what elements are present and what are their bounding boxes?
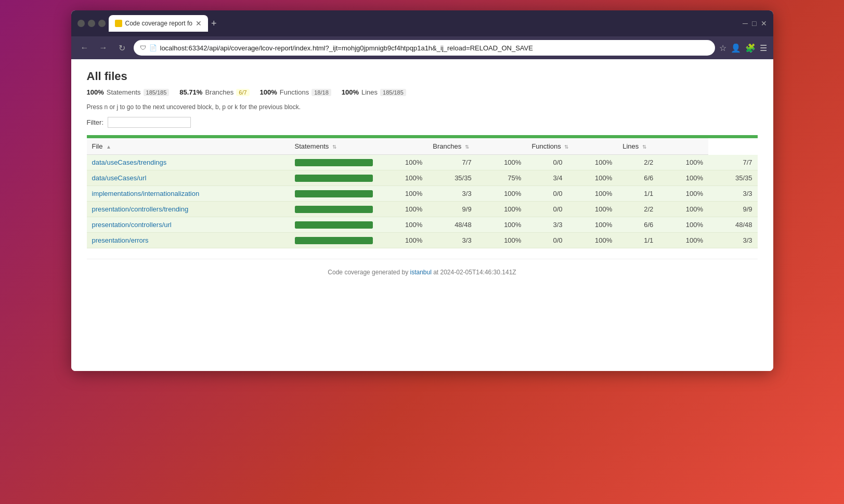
- stmt-pct-cell: 100%: [378, 202, 428, 217]
- statements-badge: 185/185: [144, 89, 170, 96]
- progress-bar-fill: [295, 175, 373, 182]
- progress-cell: [290, 202, 378, 217]
- file-link[interactable]: data/useCases/url: [92, 174, 147, 182]
- lines-stat: 100% Lines 185/185: [342, 88, 406, 96]
- line-count-cell: 48/48: [708, 217, 757, 233]
- table-row: data/useCases/url 100% 35/35 75% 3/4 100…: [87, 170, 758, 186]
- branch-pct-cell: 100%: [477, 217, 527, 233]
- window-minimize-button[interactable]: ─: [743, 19, 748, 28]
- progress-bar-bg: [295, 175, 373, 182]
- file-cell[interactable]: data/useCases/url: [87, 170, 290, 186]
- branch-pct-cell: 100%: [477, 202, 527, 217]
- page-title: All files: [87, 70, 758, 83]
- file-cell[interactable]: data/useCases/trendings: [87, 155, 290, 170]
- col-functions[interactable]: Functions ⇅: [526, 138, 617, 155]
- func-count-cell: 2/2: [617, 155, 658, 170]
- new-tab-button[interactable]: +: [208, 18, 220, 29]
- progress-cell: [290, 186, 378, 202]
- line-count-cell: 9/9: [708, 202, 757, 217]
- col-lines[interactable]: Lines ⇅: [617, 138, 708, 155]
- func-count-cell: 6/6: [617, 170, 658, 186]
- line-count-cell: 7/7: [708, 155, 757, 170]
- forward-button[interactable]: →: [96, 41, 111, 55]
- tab-title-text: Code coverage report fo: [125, 20, 192, 27]
- statements-label: Statements: [107, 88, 141, 96]
- file-link[interactable]: presentation/errors: [92, 236, 149, 244]
- content-area: All files 100% Statements 185/185 85.71%…: [71, 59, 773, 371]
- branches-label: Branches: [205, 88, 233, 96]
- func-pct-cell: 100%: [567, 170, 617, 186]
- file-link[interactable]: data/useCases/trendings: [92, 158, 167, 166]
- functions-label: Functions: [280, 88, 309, 96]
- func-count-cell: 1/1: [617, 186, 658, 202]
- line-pct-cell: 100%: [658, 217, 708, 233]
- window-maximize-button[interactable]: □: [752, 19, 756, 28]
- stmt-pct-cell: 100%: [378, 170, 428, 186]
- col-file[interactable]: File ▲: [87, 138, 290, 155]
- extensions-icon[interactable]: 🧩: [745, 43, 756, 53]
- branch-pct-cell: 75%: [477, 170, 527, 186]
- file-link[interactable]: implementations/internationalization: [92, 190, 200, 197]
- file-cell[interactable]: implementations/internationalization: [87, 186, 290, 202]
- footer-text-before: Code coverage generated by: [328, 269, 410, 276]
- lines-label: Lines: [361, 88, 378, 96]
- active-tab[interactable]: Code coverage report fo ✕: [109, 15, 208, 32]
- branch-pct-cell: 100%: [477, 155, 527, 170]
- sort-branches-icon: ⇅: [465, 144, 469, 150]
- nav-right-icons: ☆ 👤 🧩 ☰: [719, 43, 767, 53]
- line-count-cell: 3/3: [708, 186, 757, 202]
- bookmark-icon[interactable]: ☆: [719, 43, 726, 53]
- window-control-icon: [77, 20, 85, 27]
- progress-bar-bg: [295, 237, 373, 244]
- line-pct-cell: 100%: [658, 186, 708, 202]
- stats-bar: 100% Statements 185/185 85.71% Branches …: [87, 88, 758, 96]
- func-count-cell: 6/6: [617, 217, 658, 233]
- func-pct-cell: 100%: [567, 233, 617, 248]
- refresh-button[interactable]: ↻: [115, 41, 129, 55]
- functions-stat: 100% Functions 18/18: [260, 88, 331, 96]
- func-pct-cell: 100%: [567, 186, 617, 202]
- col-statements[interactable]: Statements ⇅: [290, 138, 428, 155]
- istanbul-link[interactable]: istanbul: [410, 269, 431, 276]
- stmt-count-cell: 9/9: [427, 202, 476, 217]
- file-cell[interactable]: presentation/controllers/trending: [87, 202, 290, 217]
- col-branches[interactable]: Branches ⇅: [427, 138, 526, 155]
- filter-input[interactable]: [108, 117, 191, 128]
- line-pct-cell: 100%: [658, 202, 708, 217]
- table-row: data/useCases/trendings 100% 7/7 100% 0/…: [87, 155, 758, 170]
- func-pct-cell: 100%: [567, 155, 617, 170]
- stmt-count-cell: 3/3: [427, 233, 476, 248]
- hint-text: Press n or j to go to the next uncovered…: [87, 103, 758, 111]
- stmt-count-cell: 3/3: [427, 186, 476, 202]
- table-header-row: File ▲ Statements ⇅ Branches ⇅ Functions…: [87, 138, 758, 155]
- functions-badge: 18/18: [311, 89, 331, 96]
- func-pct-cell: 100%: [567, 202, 617, 217]
- branch-pct-cell: 100%: [477, 186, 527, 202]
- file-link[interactable]: presentation/controllers/trending: [92, 205, 189, 213]
- file-link[interactable]: presentation/controllers/url: [92, 221, 172, 229]
- progress-bar-bg: [295, 221, 373, 229]
- branches-badge: 6/7: [236, 89, 249, 96]
- back-button[interactable]: ←: [77, 41, 92, 55]
- stmt-pct-cell: 100%: [378, 155, 428, 170]
- profile-icon[interactable]: 👤: [731, 43, 741, 53]
- stmt-count-cell: 7/7: [427, 155, 476, 170]
- branches-pct: 85.71%: [179, 88, 202, 96]
- branch-pct-cell: 100%: [477, 233, 527, 248]
- branch-count-cell: 3/3: [526, 217, 567, 233]
- file-cell[interactable]: presentation/controllers/url: [87, 217, 290, 233]
- address-input[interactable]: [160, 44, 709, 52]
- table-row: presentation/controllers/url 100% 48/48 …: [87, 217, 758, 233]
- address-bar-wrapper[interactable]: 🛡 📄: [134, 40, 715, 56]
- browser-window: Code coverage report fo ✕ + ─ □ ✕ ← → ↻ …: [71, 10, 773, 371]
- progress-bar-bg: [295, 206, 373, 213]
- file-cell[interactable]: presentation/errors: [87, 233, 290, 248]
- menu-icon[interactable]: ☰: [760, 43, 767, 53]
- window-close-button[interactable]: ✕: [761, 19, 767, 28]
- progress-bar-bg: [295, 190, 373, 197]
- browser-navbar: ← → ↻ 🛡 📄 ☆ 👤 🧩 ☰: [71, 36, 773, 59]
- branch-count-cell: 0/0: [526, 186, 567, 202]
- progress-bar-fill: [295, 221, 373, 229]
- filter-row: Filter:: [87, 117, 758, 128]
- tab-close-button[interactable]: ✕: [196, 19, 202, 28]
